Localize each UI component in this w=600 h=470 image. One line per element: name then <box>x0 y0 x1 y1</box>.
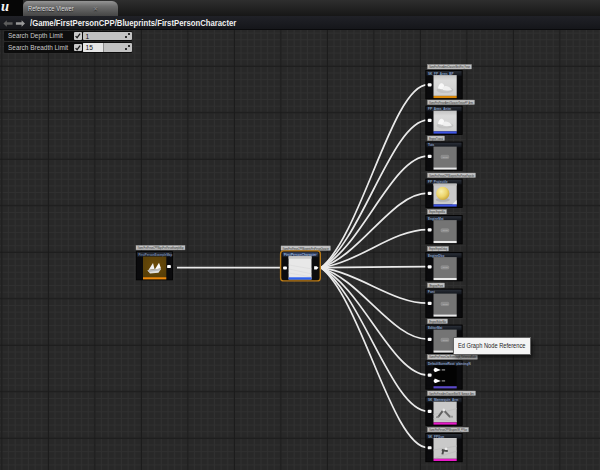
svg-text:/Engine/Tutorial: /Engine/Tutorial <box>429 137 443 141</box>
svg-text:/Game/FirstPersonArms/Characte: /Game/FirstPersonArms/Character/Mesh/Fir… <box>429 65 470 69</box>
svg-text:/Engine/EditorMat: /Engine/EditorMat <box>429 320 446 324</box>
svg-text:/Game/FirstPersonCPP/Blueprint: /Game/FirstPersonCPP/Blueprints/FirstPer… <box>429 174 474 178</box>
svg-text:/Game/FirstPersonCPP/Blueprint: /Game/FirstPersonCPP/Blueprints/FirstPer… <box>283 247 330 251</box>
svg-text:Cube: Cube <box>442 339 448 342</box>
svg-text:/Game/FirstPersonCPP/Weapons/S: /Game/FirstPersonCPP/Weapons/SK_FPGun <box>429 428 467 432</box>
svg-text:FirstPersonExampleMap: FirstPersonExampleMap <box>139 253 173 257</box>
svg-text:/Game/FirstPersonArms/Characte: /Game/FirstPersonArms/Character/Mesh/SK_… <box>429 392 474 396</box>
svg-text:Cube: Cube <box>442 156 448 159</box>
svg-text:/Engine/Font: /Engine/Font <box>429 284 443 288</box>
svg-text:/Game/FirstPersonChar/EventGra: /Game/FirstPersonChar/EventGraph_Referen… <box>429 355 476 359</box>
svg-text:/Game/FirstPersonArms/Characte: /Game/FirstPersonArms/Character/TextureF… <box>429 101 473 105</box>
svg-text:Cube: Cube <box>442 266 448 269</box>
svg-text:/Engine/EngineDebug: /Engine/EngineDebug <box>429 247 447 251</box>
svg-text:/Game/FirstPersonCPP/Maps/Firs: /Game/FirstPersonCPP/Maps/FirstPersonExa… <box>138 246 184 250</box>
svg-text:/Engine/EngineMat: /Engine/EngineMat <box>429 210 445 214</box>
svg-text:Cube: Cube <box>442 303 448 306</box>
svg-text:Cube: Cube <box>442 229 448 232</box>
